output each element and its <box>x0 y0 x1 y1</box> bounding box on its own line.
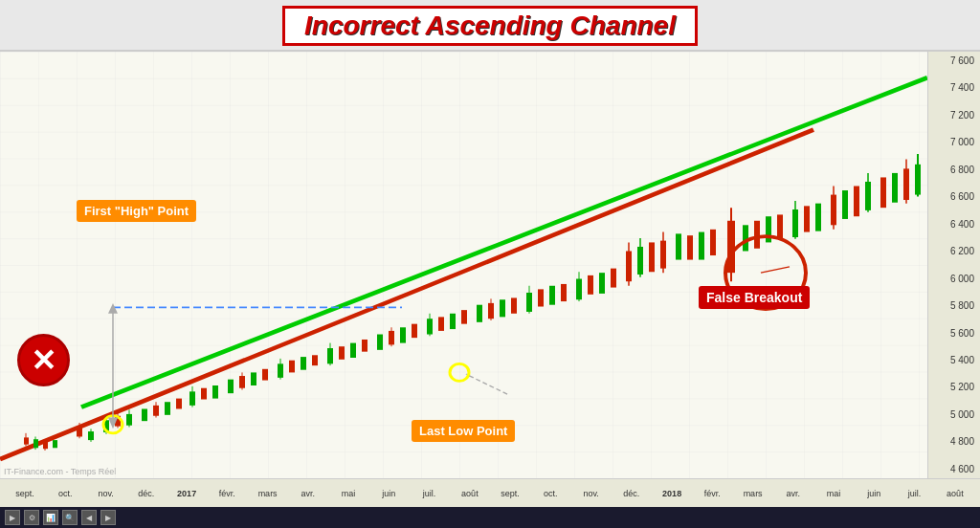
svg-rect-44 <box>377 335 383 350</box>
svg-rect-28 <box>212 385 218 399</box>
svg-rect-73 <box>649 242 655 272</box>
svg-rect-33 <box>262 369 268 381</box>
svg-rect-68 <box>611 269 616 288</box>
main-container: Incorrect Ascending Channel IT-Finance.c… <box>0 0 980 528</box>
taskbar-icon-1[interactable]: ▶ <box>5 510 20 525</box>
annotation-false-breakout: False Breakout <box>699 286 810 309</box>
price-label-5400: 5 400 <box>930 355 978 365</box>
svg-rect-61 <box>538 289 544 306</box>
svg-rect-53 <box>461 310 467 324</box>
time-label-dec: déc. <box>126 489 167 498</box>
price-label-4800: 4 800 <box>930 436 978 447</box>
time-label-fevr: févr. <box>207 489 247 498</box>
time-label-mars2: mars <box>733 489 773 498</box>
time-label-avr2: avr. <box>773 489 813 498</box>
title-bar: Incorrect Ascending Channel <box>0 0 980 52</box>
svg-rect-36 <box>289 361 295 373</box>
svg-rect-0 <box>0 52 927 478</box>
time-label-dec2: déc. <box>612 489 652 498</box>
page-title: Incorrect Ascending Channel <box>282 6 698 46</box>
svg-rect-78 <box>699 232 704 260</box>
svg-rect-79 <box>710 230 716 255</box>
svg-rect-47 <box>400 327 406 342</box>
svg-rect-23 <box>165 402 170 415</box>
time-label-mai2: mai <box>813 489 854 498</box>
svg-rect-93 <box>854 187 859 217</box>
svg-rect-57 <box>500 299 505 317</box>
taskbar-icon-3[interactable]: 📊 <box>43 510 58 525</box>
time-label-aout2: août <box>935 489 975 498</box>
time-label-aout: août <box>450 489 490 498</box>
svg-rect-37 <box>301 357 306 370</box>
svg-rect-9 <box>53 440 57 448</box>
time-label-fevr2: févr. <box>692 489 732 498</box>
time-label-sept: sept. <box>5 489 45 498</box>
svg-rect-41 <box>339 346 345 360</box>
time-label-avr: avr. <box>288 489 328 498</box>
price-label-6000: 6 000 <box>930 274 978 284</box>
time-label-mars: mars <box>248 489 288 498</box>
price-label-7000: 7 000 <box>930 137 978 147</box>
svg-rect-24 <box>176 399 182 409</box>
svg-rect-88 <box>804 206 810 231</box>
svg-rect-58 <box>511 297 517 313</box>
svg-rect-66 <box>588 275 593 295</box>
svg-rect-84 <box>766 216 771 242</box>
svg-rect-54 <box>477 305 482 322</box>
svg-rect-43 <box>362 340 368 352</box>
price-label-6200: 6 200 <box>930 246 978 256</box>
price-label-6600: 6 600 <box>930 191 978 202</box>
svg-rect-82 <box>743 225 748 251</box>
svg-rect-20 <box>142 408 147 421</box>
price-label-6800: 6 800 <box>930 165 978 175</box>
taskbar-icon-5[interactable]: ◀ <box>81 510 97 525</box>
price-axis: 7 600 7 400 7 200 7 000 6 800 6 600 6 40… <box>927 52 980 478</box>
svg-rect-85 <box>777 214 783 238</box>
svg-rect-48 <box>412 324 417 339</box>
svg-rect-63 <box>561 284 567 301</box>
price-label-5000: 5 000 <box>930 409 978 420</box>
svg-rect-29 <box>228 380 234 394</box>
svg-rect-89 <box>815 204 821 231</box>
svg-rect-27 <box>201 388 207 400</box>
time-label-2018: 2018 <box>652 489 692 498</box>
price-label-6400: 6 400 <box>930 219 978 230</box>
time-label-juil2: juil. <box>895 489 935 498</box>
svg-rect-52 <box>450 314 456 329</box>
svg-rect-67 <box>599 273 605 294</box>
svg-rect-51 <box>438 317 444 331</box>
taskbar-icon-4[interactable]: 🔍 <box>62 510 78 525</box>
svg-rect-83 <box>754 221 760 249</box>
time-label-sept2: sept. <box>490 489 530 498</box>
time-label-juin: juin <box>368 489 409 498</box>
time-label-mai: mai <box>328 489 368 498</box>
svg-rect-92 <box>842 190 848 219</box>
time-label-juil: juil. <box>410 489 450 498</box>
chart-svg <box>0 52 927 478</box>
chart-area: IT-Finance.com - Temps Réel 7 600 7 400 … <box>0 52 980 507</box>
time-label-nov2: nov. <box>571 489 612 498</box>
svg-rect-77 <box>687 235 693 259</box>
price-label-7200: 7 200 <box>930 110 978 121</box>
svg-rect-76 <box>676 233 681 259</box>
taskbar: ▶ ⚙ 📊 🔍 ◀ ▶ <box>0 507 980 528</box>
taskbar-icon-2[interactable]: ⚙ <box>24 510 39 525</box>
annotation-first-high-point: First "High" Point <box>77 200 196 222</box>
time-label-2017: 2017 <box>167 489 207 498</box>
price-label-7400: 7 400 <box>930 82 978 93</box>
svg-rect-42 <box>350 343 356 358</box>
svg-rect-38 <box>312 355 318 365</box>
taskbar-icon-6[interactable]: ▶ <box>100 510 116 525</box>
time-label-nov: nov. <box>86 489 126 498</box>
time-axis: sept. oct. nov. déc. 2017 févr. mars avr… <box>0 478 980 507</box>
time-label-juin2: juin <box>854 489 894 498</box>
price-label-7600: 7 600 <box>930 55 978 66</box>
incorrect-marker: ✕ <box>17 334 70 386</box>
price-label-5600: 5 600 <box>930 328 978 339</box>
time-label-oct2: oct. <box>530 489 570 498</box>
svg-rect-62 <box>549 286 555 305</box>
svg-rect-96 <box>880 177 886 208</box>
annotation-last-low-point: Last Low Point <box>412 420 515 442</box>
price-label-5800: 5 800 <box>930 300 978 311</box>
price-label-4600: 4 600 <box>930 464 978 474</box>
